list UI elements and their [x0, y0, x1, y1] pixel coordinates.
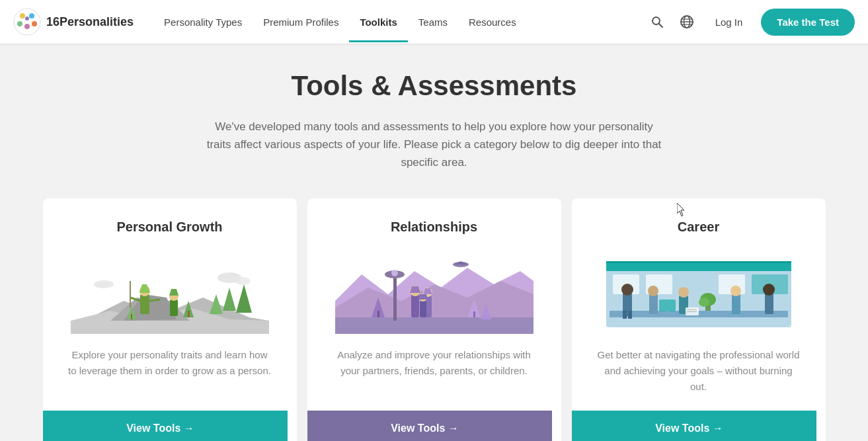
svg-point-77	[648, 286, 658, 296]
login-button[interactable]: Log In	[707, 13, 751, 32]
svg-point-81	[730, 286, 741, 296]
svg-point-60	[489, 257, 512, 266]
logo-link[interactable]: 16Personalities	[13, 8, 134, 36]
personal-growth-title: Personal Growth	[116, 220, 222, 235]
svg-rect-84	[606, 261, 791, 263]
svg-point-70	[699, 298, 709, 307]
nav-toolkits[interactable]: Toolkits	[349, 2, 407, 42]
personal-growth-illustration	[61, 248, 278, 334]
svg-rect-51	[420, 301, 426, 317]
svg-rect-33	[131, 314, 132, 319]
globe-button[interactable]	[677, 12, 697, 32]
svg-rect-21	[140, 294, 149, 314]
nav-resources[interactable]: Resources	[458, 2, 527, 42]
svg-rect-75	[628, 311, 632, 319]
nav-personality-types[interactable]: Personality Types	[153, 2, 253, 42]
navbar: 16Personalities Personality Types Premiu…	[0, 0, 868, 44]
search-button[interactable]	[648, 13, 666, 31]
svg-rect-86	[666, 311, 669, 314]
svg-point-1	[20, 13, 25, 19]
svg-rect-80	[732, 294, 740, 314]
nav-premium-profiles[interactable]: Premium Profiles	[253, 2, 349, 42]
svg-rect-57	[473, 311, 475, 317]
career-view-tools-button[interactable]: View Tools →	[572, 411, 816, 441]
svg-marker-29	[169, 289, 178, 296]
svg-point-6	[25, 17, 29, 20]
career-illustration	[590, 248, 807, 334]
svg-point-3	[17, 21, 22, 26]
svg-point-4	[24, 24, 30, 29]
main-content: Tools & Assessments We've developed many…	[0, 44, 868, 441]
svg-marker-17	[236, 284, 252, 313]
svg-rect-74	[623, 311, 627, 319]
svg-point-42	[391, 270, 398, 276]
svg-marker-53	[418, 294, 428, 300]
svg-rect-76	[649, 294, 658, 314]
career-title: Career	[678, 220, 719, 235]
nav-links: Personality Types Premium Profiles Toolk…	[153, 2, 648, 42]
logo-icon	[13, 8, 41, 36]
career-card[interactable]: Career	[572, 198, 826, 441]
svg-line-25	[149, 300, 160, 301]
personal-growth-description: Explore your personality traits and lear…	[61, 347, 278, 395]
nav-teams[interactable]: Teams	[408, 2, 458, 42]
svg-point-36	[94, 280, 114, 288]
svg-rect-40	[393, 274, 397, 321]
svg-point-73	[621, 284, 633, 296]
svg-point-0	[14, 9, 40, 35]
relationships-card[interactable]: Relationships	[307, 198, 561, 441]
svg-rect-85	[659, 300, 676, 311]
relationships-title: Relationships	[391, 220, 477, 235]
svg-rect-31	[188, 311, 190, 317]
svg-point-59	[348, 262, 375, 273]
svg-line-8	[659, 24, 662, 27]
svg-point-79	[678, 287, 689, 298]
page-subtitle: We've developed many tools and assessmen…	[203, 118, 666, 172]
svg-point-5	[32, 21, 37, 26]
personal-growth-view-tools-button[interactable]: View Tools →	[43, 411, 288, 441]
svg-point-35	[235, 277, 251, 285]
relationships-illustration	[326, 248, 543, 334]
svg-rect-27	[170, 300, 178, 316]
relationships-description: Analyze and improve your relationships w…	[326, 347, 543, 395]
svg-point-61	[428, 255, 447, 261]
logo-text: 16Personalities	[46, 15, 134, 29]
personal-growth-card[interactable]: Personal Growth	[43, 198, 297, 441]
career-description: Get better at navigating the professiona…	[590, 347, 807, 395]
search-icon	[651, 15, 664, 28]
svg-rect-39	[335, 317, 533, 334]
relationships-view-tools-button[interactable]: View Tools →	[307, 411, 552, 441]
svg-rect-55	[377, 311, 379, 317]
globe-icon	[680, 15, 694, 29]
take-test-button[interactable]: Take the Test	[761, 9, 855, 36]
svg-marker-16	[223, 288, 236, 311]
nav-right: Log In Take the Test	[648, 9, 855, 36]
svg-rect-45	[411, 294, 419, 317]
page-title: Tools & Assessments	[13, 70, 855, 102]
svg-point-83	[763, 284, 775, 296]
svg-point-2	[29, 13, 34, 19]
svg-rect-82	[765, 293, 773, 314]
cards-row: Personal Growth	[38, 198, 831, 441]
